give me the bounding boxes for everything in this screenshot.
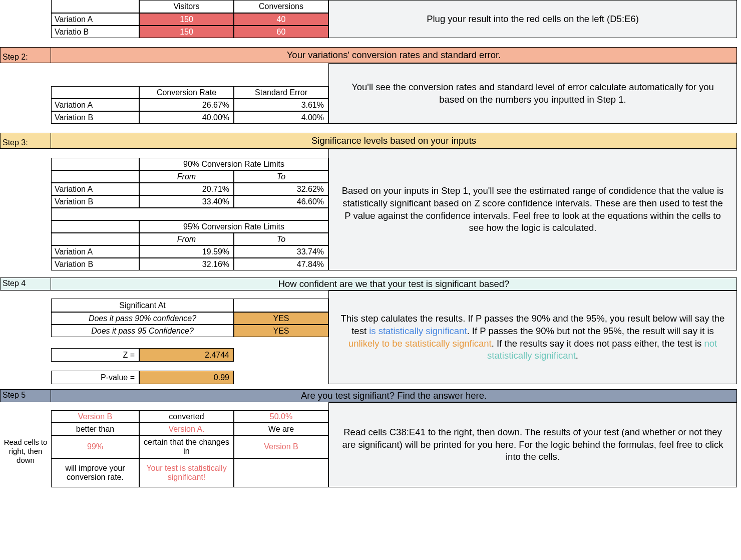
standard-error-b[interactable]: 4.00%: [234, 111, 328, 124]
significant-at-title: Significant At: [51, 299, 234, 312]
step2-body: Conversion Rate Standard Error Variation…: [0, 63, 741, 124]
spreadsheet: Visitors Conversions Variation A 150 40 …: [0, 0, 741, 487]
step3-title: Significance levels based on your inputs: [51, 133, 737, 149]
result-r4c2[interactable]: Your test is statistically significant!: [139, 458, 234, 487]
limit-95-b-to[interactable]: 47.84%: [234, 258, 328, 270]
standard-error-header: Standard Error: [234, 86, 328, 99]
step2-var-b-label: Variation B: [51, 111, 139, 124]
limits-95-title: 95% Conversion Rate Limits: [139, 220, 328, 233]
step3-90-a-label: Variation A: [51, 183, 139, 195]
limit-90-b-from[interactable]: 33.40%: [139, 195, 234, 208]
visitors-input-a[interactable]: 150: [139, 13, 234, 26]
step3-95-a-label: Variation A: [51, 245, 139, 258]
from-header-95: From: [139, 233, 234, 245]
step4-label: Step 4: [0, 277, 51, 291]
limit-95-a-from[interactable]: 19.59%: [139, 245, 234, 258]
to-header-90: To: [234, 170, 328, 183]
limits-90-title: 90% Conversion Rate Limits: [139, 158, 328, 170]
limit-90-a-to[interactable]: 32.62%: [234, 183, 328, 195]
step5-instructions: Read cells C38:E41 to the right, then do…: [328, 402, 737, 487]
limit-95-b-from[interactable]: 32.16%: [139, 258, 234, 270]
pass-95-answer[interactable]: YES: [234, 325, 328, 337]
step4-text-end: .: [576, 350, 578, 361]
step3-90-b-label: Variation B: [51, 195, 139, 208]
step1-instructions: Plug your result into the red cells on t…: [328, 0, 737, 38]
pass-90-question: Does it pass 90% confidence?: [51, 312, 234, 325]
step2-instructions: You'll see the conversion rates and stan…: [328, 63, 737, 124]
step2-label: Step 2:: [0, 47, 51, 63]
step4-title: How confident are we that your test is s…: [51, 277, 737, 291]
step3-body: 90% Conversion Rate Limits From To Varia…: [0, 149, 741, 270]
conversion-rate-a[interactable]: 26.67%: [139, 99, 234, 111]
visitors-input-b[interactable]: 150: [139, 26, 234, 38]
pass-90-answer[interactable]: YES: [234, 312, 328, 325]
conversions-input-b[interactable]: 60: [234, 26, 328, 38]
result-r2c1[interactable]: better than: [51, 423, 139, 435]
step4-text-mid1: . If P passes the 90% but not the 95%, t…: [467, 326, 714, 336]
p-value[interactable]: 0.99: [139, 371, 234, 384]
visitors-header: Visitors: [139, 0, 234, 13]
result-r2c2[interactable]: Version A.: [139, 423, 234, 435]
step5-body: Read cells to right, then down Version B…: [0, 402, 741, 487]
step3-label: Step 3:: [0, 133, 51, 149]
to-header-95: To: [234, 233, 328, 245]
from-header-90: From: [139, 170, 234, 183]
step2-var-a-label: Variation A: [51, 99, 139, 111]
step3-instructions: Based on your inputs in Step 1, you'll s…: [328, 149, 737, 270]
step4-text-unlikely: unlikely to be statistically signficant: [348, 338, 492, 349]
limit-90-b-to[interactable]: 46.60%: [234, 195, 328, 208]
limit-95-a-to[interactable]: 33.74%: [234, 245, 328, 258]
standard-error-a[interactable]: 3.61%: [234, 99, 328, 111]
z-value[interactable]: 2.4744: [139, 348, 234, 362]
step1-row: Visitors Conversions Variation A 150 40 …: [0, 0, 741, 38]
variation-a-label: Variation A: [51, 13, 139, 26]
variation-b-label: Variatio B: [51, 26, 139, 38]
result-r1c3[interactable]: 50.0%: [234, 410, 328, 423]
limit-90-a-from[interactable]: 20.71%: [139, 183, 234, 195]
result-r1c1[interactable]: Version B: [51, 410, 139, 423]
conversions-input-a[interactable]: 40: [234, 13, 328, 26]
result-r1c2[interactable]: converted: [139, 410, 234, 423]
result-r3c1[interactable]: 99%: [51, 435, 139, 458]
step5-title: Are you test signifiant? Find the answer…: [51, 389, 737, 402]
step4-body: Significant At Does it pass 90% confiden…: [0, 291, 741, 384]
step3-95-b-label: Variation B: [51, 258, 139, 270]
step4-text-mid2: . If the results say it does not pass ei…: [492, 338, 704, 349]
step5-label: Step 5: [0, 389, 51, 402]
conversion-rate-b[interactable]: 40.00%: [139, 111, 234, 124]
p-label: P-value =: [51, 371, 139, 384]
step2-title: Your variations' conversion rates and st…: [51, 47, 737, 63]
result-r4c1[interactable]: will improve your conversion rate.: [51, 458, 139, 487]
result-r3c2[interactable]: certain that the changes in: [139, 435, 234, 458]
step5-side-label: Read cells to right, then down: [0, 402, 51, 487]
result-r3c3[interactable]: Version B: [234, 435, 328, 458]
step4-text-sig: is statistically significant: [369, 326, 467, 336]
result-r2c3[interactable]: We are: [234, 423, 328, 435]
result-r4c3[interactable]: [234, 458, 328, 487]
conversion-rate-header: Conversion Rate: [139, 86, 234, 99]
conversions-header: Conversions: [234, 0, 328, 13]
step2-header: Step 2: Your variations' conversion rate…: [0, 47, 741, 63]
z-label: Z =: [51, 348, 139, 362]
pass-95-question: Does it pass 95 Confidence?: [51, 325, 234, 337]
step4-instructions: This step calulates the results. If P pa…: [328, 291, 737, 384]
